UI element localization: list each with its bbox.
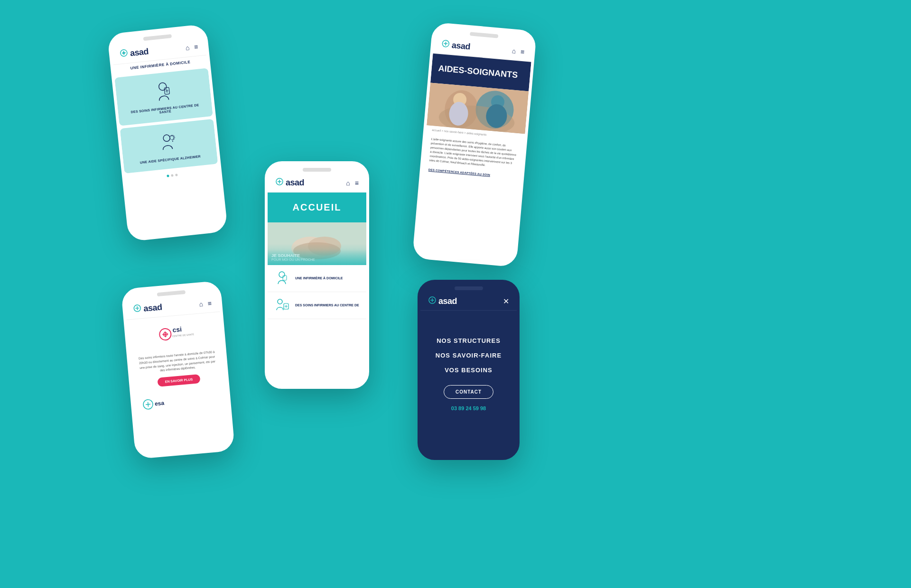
- phone-3-logo-icon: [441, 39, 450, 50]
- dark-menu: NOS STRUCTURES NOS SAVOIR-FAIRE VOS BESO…: [420, 311, 517, 430]
- svg-line-5: [166, 91, 168, 91]
- phone-5-top-bar: [420, 283, 517, 292]
- phone-5-logo-text: asad: [438, 296, 457, 306]
- phone-3-logo-text: asad: [451, 40, 471, 52]
- home-icon[interactable]: ⌂: [185, 44, 190, 52]
- svg-point-13: [293, 242, 341, 259]
- phone-4: asad ⌂ ≡ csi CENTRE DE SANTÉ INFIRMIER D…: [121, 281, 235, 459]
- menu-nos-savoir-faire[interactable]: NOS SAVOIR-FAIRE: [430, 352, 507, 359]
- phone-3-notch: [470, 32, 498, 38]
- svg-point-14: [279, 272, 285, 277]
- menu-nos-structures[interactable]: NOS STRUCTURES: [430, 337, 507, 344]
- je-souhaite-text: JE SOUHAITE: [271, 253, 363, 258]
- service-item-1: UNE INFIRMIÈRE À DOMICILE: [268, 265, 366, 292]
- svg-rect-10: [268, 222, 366, 265]
- phone-5-notch: [455, 286, 483, 290]
- svg-text:esa: esa: [154, 400, 164, 407]
- phone-4-notch: [157, 290, 186, 296]
- svg-point-16: [278, 299, 282, 304]
- en-savoir-plus-button[interactable]: EN SAVOIR PLUS: [157, 374, 201, 387]
- phone-5: asad ✕ NOS STRUCTURES NOS SAVOIR-FAIRE V…: [418, 280, 520, 460]
- service-2-text: DES SOINS INFIRMIERS AU CENTRE DE: [295, 303, 359, 307]
- phone-1-logo-text: asad: [130, 46, 149, 58]
- home-icon-2[interactable]: ⌂: [346, 179, 350, 187]
- menu-vos-besoins[interactable]: VOS BESOINS: [430, 367, 507, 374]
- accueil-banner: ACCUEIL: [268, 193, 366, 222]
- phone-3-logo: asad: [441, 39, 471, 52]
- phone-2-logo-icon: [275, 177, 284, 188]
- svg-point-8: [172, 141, 173, 142]
- phone-2-logo-text: asad: [286, 178, 304, 188]
- phone-1-header-icons: ⌂ ≡: [185, 43, 198, 52]
- phone-2-header: asad ⌂ ≡: [268, 174, 366, 193]
- menu-icon-2[interactable]: ≡: [355, 179, 359, 187]
- home-icon-3[interactable]: ⌂: [511, 47, 516, 55]
- pour-moi-text: POUR MOI OU UN PROCHE: [271, 258, 363, 261]
- aides-photo: [427, 83, 529, 134]
- phone-1-logo: asad: [119, 46, 149, 60]
- close-menu-button[interactable]: ✕: [503, 297, 509, 306]
- je-souhaite-overlay: JE SOUHAITE POUR MOI OU UN PROCHE: [268, 249, 366, 265]
- phone-2: asad ⌂ ≡ ACCUEIL JE SOUHAITE POUR MOI OU…: [265, 161, 369, 389]
- service-1-text: UNE INFIRMIÈRE À DOMICILE: [295, 276, 343, 280]
- phone-4-header-icons: ⌂ ≡: [199, 299, 212, 308]
- menu-icon-3[interactable]: ≡: [521, 47, 525, 55]
- phone-number: 03 89 24 59 98: [430, 405, 507, 411]
- phone-5-logo-icon: [428, 296, 437, 306]
- phone-4-logo-text: asad: [143, 302, 163, 313]
- phone-2-header-icons: ⌂ ≡: [346, 179, 359, 187]
- phone-4-logo: asad: [133, 302, 163, 315]
- svg-rect-15: [283, 276, 287, 280]
- svg-point-6: [163, 135, 170, 142]
- menu-icon-4[interactable]: ≡: [207, 299, 212, 307]
- phone-2-notch: [303, 168, 331, 172]
- phone-1: asad ⌂ ≡ UNE INFIRMIÈRE À DOMICILE DES S…: [107, 24, 228, 242]
- phone-1-card2: UNE AIDE SPÉCIFIQUE ALZHEIMER: [120, 119, 218, 174]
- phone-3: asad ⌂ ≡ AIDES-SOIGNANTS: [412, 22, 537, 267]
- phone-1-card1-label: DES SOINS INFIRMIERS AU CENTRE DE SANTÉ: [126, 103, 205, 118]
- hands-photo: JE SOUHAITE POUR MOI OU UN PROCHE: [268, 222, 366, 265]
- esa-logo-area: esa: [133, 386, 229, 418]
- phone-1-card1: DES SOINS INFIRMIERS AU CENTRE DE SANTÉ: [114, 68, 213, 126]
- phone-5-header: asad ✕: [420, 292, 517, 311]
- phone-1-card2-label: UNE AIDE SPÉCIFIQUE ALZHEIMER: [140, 155, 201, 164]
- phone-3-header-icons: ⌂ ≡: [511, 47, 525, 55]
- contact-button[interactable]: CONTACT: [444, 385, 493, 399]
- aides-title: AIDES-SOIGNANTS: [438, 64, 524, 81]
- phone-1-notch: [143, 34, 172, 41]
- phone-2-top-bar: [268, 164, 366, 174]
- phone-4-logo-icon: [133, 303, 142, 315]
- menu-icon[interactable]: ≡: [194, 43, 198, 51]
- accueil-title: ACCUEIL: [275, 202, 359, 213]
- svg-point-2: [158, 83, 167, 91]
- phone-2-logo: asad: [275, 177, 304, 188]
- svg-point-12: [308, 237, 341, 256]
- phone-5-logo: asad: [428, 296, 457, 306]
- service-item-2: DES SOINS INFIRMIERS AU CENTRE DE: [268, 292, 366, 319]
- home-icon-4[interactable]: ⌂: [199, 300, 204, 308]
- svg-text:csi: csi: [172, 325, 182, 334]
- asad-logo-icon: [119, 48, 129, 60]
